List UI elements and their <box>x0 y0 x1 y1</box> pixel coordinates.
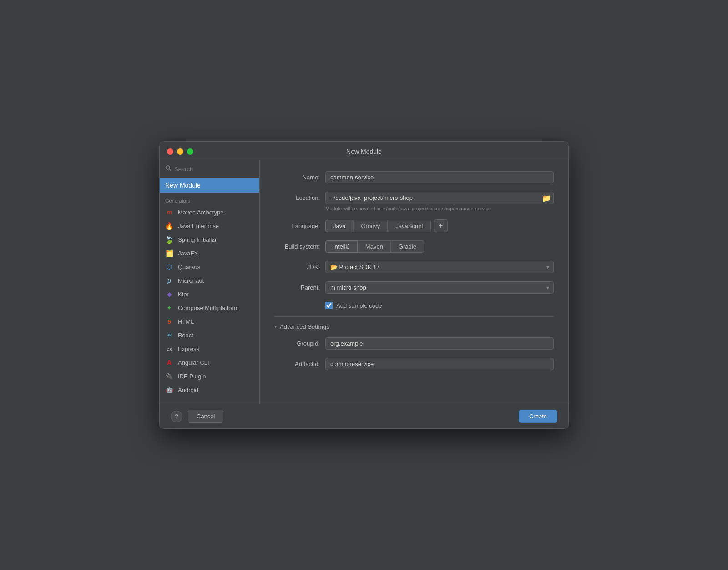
maximize-button[interactable] <box>187 148 193 155</box>
advanced-settings-header[interactable]: ▾ Advanced Settings <box>274 316 554 330</box>
parent-select[interactable]: m micro-shop <box>325 281 554 294</box>
groupid-field-wrapper <box>325 337 554 350</box>
location-field-wrapper: 📁 Module will be created in: ~/code/java… <box>325 192 554 211</box>
artifactid-field-wrapper <box>325 358 554 370</box>
compose-icon: ✦ <box>165 304 173 312</box>
android-icon: 🤖 <box>165 386 173 394</box>
svg-point-0 <box>166 166 170 169</box>
sidebar-item-compose-multiplatform[interactable]: ✦ Compose Multiplatform <box>160 301 259 315</box>
titlebar: New Module <box>160 142 568 160</box>
add-sample-code-checkbox[interactable] <box>325 302 333 309</box>
search-input[interactable] <box>174 166 254 173</box>
browse-folder-button[interactable]: 📁 <box>542 193 551 202</box>
language-row: Language: Java Groovy JavaScript + <box>274 219 554 232</box>
maven-archetype-icon: m <box>165 208 173 216</box>
language-javascript-button[interactable]: JavaScript <box>388 220 431 232</box>
parent-row: Parent: m micro-shop ▾ <box>274 281 554 294</box>
create-button[interactable]: Create <box>519 410 557 423</box>
close-button[interactable] <box>167 148 173 155</box>
sample-code-row: Add sample code <box>325 302 554 309</box>
location-label: Location: <box>274 194 320 201</box>
java-enterprise-icon: 🔥 <box>165 222 173 230</box>
build-label: Build system: <box>274 243 320 250</box>
sidebar-search-area <box>160 160 259 178</box>
react-icon: ⚛ <box>165 331 173 339</box>
groupid-row: GroupId: <box>274 337 554 350</box>
sidebar-item-html[interactable]: 5 HTML <box>160 315 259 328</box>
sidebar-item-ide-plugin[interactable]: 🔌 IDE Plugin <box>160 369 259 383</box>
jdk-row: JDK: 📂 Project SDK 17 ▾ <box>274 261 554 273</box>
artifactid-label: ArtifactId: <box>274 361 320 367</box>
new-module-dialog: New Module New Module Generators <box>159 141 569 429</box>
sidebar-item-java-enterprise[interactable]: 🔥 Java Enterprise <box>160 219 259 233</box>
sidebar-item-android[interactable]: 🤖 Android <box>160 383 259 397</box>
build-button-group: IntelliJ Maven Gradle <box>325 240 554 253</box>
sidebar-item-angular-cli[interactable]: A Angular CLI <box>160 356 259 369</box>
language-field-wrapper: Java Groovy JavaScript + <box>325 219 554 232</box>
artifactid-row: ArtifactId: <box>274 358 554 370</box>
dialog-body: New Module Generators m Maven Archetype … <box>160 160 568 404</box>
build-intellij-button[interactable]: IntelliJ <box>325 240 358 253</box>
sidebar-item-spring-initializr[interactable]: 🍃 Spring Initializr <box>160 233 259 246</box>
sidebar-item-express[interactable]: ex Express <box>160 342 259 356</box>
main-content: Name: Location: 📁 Module will be created… <box>260 160 568 404</box>
sidebar-item-maven-archetype[interactable]: m Maven Archetype <box>160 205 259 219</box>
language-java-button[interactable]: Java <box>325 220 353 232</box>
parent-label: Parent: <box>274 284 320 291</box>
groupid-input[interactable] <box>325 337 554 350</box>
location-hint: Module will be created in: ~/code/java_p… <box>325 206 554 211</box>
quarkus-icon: ⬡ <box>165 263 173 271</box>
sidebar: New Module Generators m Maven Archetype … <box>160 160 260 404</box>
dialog-title: New Module <box>346 148 382 155</box>
parent-field-wrapper: m micro-shop ▾ <box>325 281 554 294</box>
name-field-wrapper <box>325 171 554 183</box>
express-icon: ex <box>165 345 173 353</box>
cancel-button[interactable]: Cancel <box>188 410 223 423</box>
advanced-chevron-icon: ▾ <box>274 324 277 330</box>
javafx-icon: 🗂️ <box>165 249 173 257</box>
sidebar-item-ktor[interactable]: ◆ Ktor <box>160 287 259 301</box>
parent-dropdown-wrapper: m micro-shop ▾ <box>325 281 554 294</box>
advanced-settings-content: GroupId: ArtifactId: <box>274 337 554 370</box>
language-label: Language: <box>274 223 320 229</box>
language-button-group: Java Groovy JavaScript <box>325 220 431 232</box>
name-input[interactable] <box>325 171 554 183</box>
sidebar-item-micronaut[interactable]: μ Micronaut <box>160 274 259 287</box>
jdk-select[interactable]: 📂 Project SDK 17 <box>325 261 554 273</box>
artifactid-input[interactable] <box>325 358 554 370</box>
build-field-wrapper: IntelliJ Maven Gradle <box>325 240 554 253</box>
search-icon <box>165 165 172 173</box>
svg-line-1 <box>170 169 172 171</box>
footer-left: ? Cancel <box>171 410 223 423</box>
location-input[interactable] <box>325 192 554 204</box>
sidebar-item-react[interactable]: ⚛ React <box>160 328 259 342</box>
angular-icon: A <box>165 358 173 366</box>
spring-icon: 🍃 <box>165 235 173 244</box>
window-controls <box>167 148 193 155</box>
minimize-button[interactable] <box>177 148 183 155</box>
location-input-wrapper: 📁 <box>325 192 554 204</box>
build-gradle-button[interactable]: Gradle <box>391 240 424 253</box>
advanced-settings-label: Advanced Settings <box>280 323 329 330</box>
ide-plugin-icon: 🔌 <box>165 372 173 380</box>
sidebar-item-javafx[interactable]: 🗂️ JavaFX <box>160 246 259 260</box>
location-row: Location: 📁 Module will be created in: ~… <box>274 192 554 211</box>
build-system-row: Build system: IntelliJ Maven Gradle <box>274 240 554 253</box>
sidebar-selected-item[interactable]: New Module <box>160 178 259 193</box>
groupid-label: GroupId: <box>274 340 320 347</box>
jdk-field-wrapper: 📂 Project SDK 17 ▾ <box>325 261 554 273</box>
sidebar-item-quarkus[interactable]: ⬡ Quarkus <box>160 260 259 274</box>
language-groovy-button[interactable]: Groovy <box>353 220 388 232</box>
name-row: Name: <box>274 171 554 183</box>
dialog-footer: ? Cancel Create <box>160 404 568 428</box>
jdk-label: JDK: <box>274 264 320 270</box>
jdk-dropdown-wrapper: 📂 Project SDK 17 ▾ <box>325 261 554 273</box>
sidebar-section-label: Generators <box>160 193 259 205</box>
ktor-icon: ◆ <box>165 290 173 298</box>
language-add-button[interactable]: + <box>434 219 448 232</box>
help-button[interactable]: ? <box>171 411 182 422</box>
name-label: Name: <box>274 174 320 181</box>
html-icon: 5 <box>165 317 173 326</box>
build-maven-button[interactable]: Maven <box>358 240 391 253</box>
add-sample-code-label: Add sample code <box>336 302 382 309</box>
